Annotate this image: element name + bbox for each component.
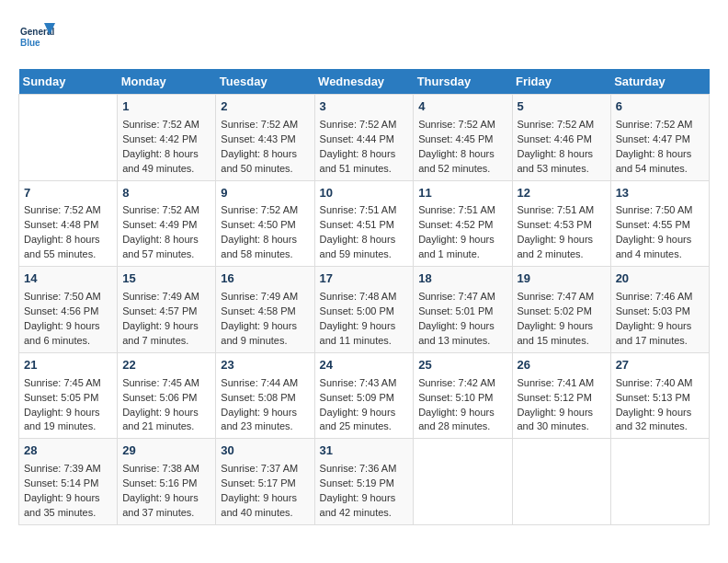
cell-info: Sunset: 4:44 PM bbox=[320, 132, 409, 147]
calendar-cell: 15Sunrise: 7:49 AMSunset: 4:57 PMDayligh… bbox=[118, 267, 216, 353]
cell-info: Daylight: 9 hours and 2 minutes. bbox=[518, 233, 606, 262]
cell-info: Sunset: 5:03 PM bbox=[616, 304, 704, 319]
cell-info: Sunset: 4:58 PM bbox=[221, 304, 309, 319]
cell-info: Sunrise: 7:46 AM bbox=[616, 290, 704, 304]
cell-info: Sunset: 5:00 PM bbox=[320, 304, 409, 319]
cell-info: Sunset: 5:10 PM bbox=[418, 391, 506, 406]
day-number: 30 bbox=[221, 442, 309, 460]
cell-info: Daylight: 9 hours and 1 minute. bbox=[418, 233, 506, 262]
cell-info: Daylight: 9 hours and 32 minutes. bbox=[616, 406, 704, 435]
calendar-cell: 16Sunrise: 7:49 AMSunset: 4:58 PMDayligh… bbox=[216, 267, 314, 353]
calendar-cell: 14Sunrise: 7:50 AMSunset: 4:56 PMDayligh… bbox=[19, 267, 118, 353]
day-number: 13 bbox=[616, 185, 704, 202]
day-number: 21 bbox=[24, 357, 112, 374]
cell-info: Sunrise: 7:48 AM bbox=[320, 290, 409, 304]
cell-info: Sunrise: 7:36 AM bbox=[320, 462, 409, 477]
calendar-cell: 11Sunrise: 7:51 AMSunset: 4:52 PMDayligh… bbox=[414, 180, 512, 267]
calendar-cell bbox=[414, 439, 512, 525]
cell-info: Sunset: 5:13 PM bbox=[616, 391, 704, 406]
cell-info: Daylight: 9 hours and 7 minutes. bbox=[122, 319, 210, 349]
day-number: 16 bbox=[221, 270, 309, 288]
day-header-monday: Monday bbox=[118, 69, 216, 95]
day-number: 4 bbox=[418, 98, 506, 116]
header-row: SundayMondayTuesdayWednesdayThursdayFrid… bbox=[19, 69, 710, 95]
cell-info: Sunset: 4:45 PM bbox=[418, 132, 506, 147]
calendar-cell: 19Sunrise: 7:47 AMSunset: 5:02 PMDayligh… bbox=[512, 267, 610, 353]
cell-info: Sunset: 4:49 PM bbox=[122, 218, 210, 233]
day-header-wednesday: Wednesday bbox=[314, 69, 414, 95]
cell-info: Sunset: 4:47 PM bbox=[616, 132, 704, 147]
cell-info: Sunrise: 7:50 AM bbox=[616, 203, 704, 218]
cell-info: Daylight: 9 hours and 37 minutes. bbox=[122, 491, 210, 521]
cell-info: Sunrise: 7:52 AM bbox=[616, 118, 704, 132]
cell-info: Sunrise: 7:47 AM bbox=[418, 290, 506, 304]
cell-info: Sunset: 5:08 PM bbox=[221, 391, 309, 406]
day-number: 17 bbox=[320, 270, 409, 288]
day-number: 5 bbox=[518, 98, 606, 116]
calendar-cell bbox=[19, 95, 118, 181]
cell-info: Daylight: 9 hours and 21 minutes. bbox=[122, 406, 210, 435]
cell-info: Daylight: 9 hours and 4 minutes. bbox=[616, 233, 704, 262]
calendar-cell: 12Sunrise: 7:51 AMSunset: 4:53 PMDayligh… bbox=[512, 180, 610, 267]
calendar-cell: 29Sunrise: 7:38 AMSunset: 5:16 PMDayligh… bbox=[118, 439, 216, 525]
cell-info: Daylight: 9 hours and 11 minutes. bbox=[320, 319, 409, 349]
cell-info: Sunrise: 7:51 AM bbox=[320, 203, 409, 218]
day-number: 31 bbox=[320, 442, 409, 460]
day-number: 28 bbox=[24, 442, 112, 460]
cell-info: Sunrise: 7:52 AM bbox=[24, 203, 112, 218]
calendar-cell bbox=[610, 439, 709, 525]
week-row-4: 21Sunrise: 7:45 AMSunset: 5:05 PMDayligh… bbox=[19, 352, 710, 439]
cell-info: Daylight: 9 hours and 6 minutes. bbox=[24, 319, 112, 349]
cell-info: Sunset: 5:05 PM bbox=[24, 391, 112, 406]
day-header-tuesday: Tuesday bbox=[216, 69, 314, 95]
calendar-cell: 24Sunrise: 7:43 AMSunset: 5:09 PMDayligh… bbox=[314, 352, 414, 439]
week-row-2: 7Sunrise: 7:52 AMSunset: 4:48 PMDaylight… bbox=[19, 180, 710, 267]
day-number: 6 bbox=[616, 98, 704, 116]
cell-info: Daylight: 8 hours and 51 minutes. bbox=[320, 147, 409, 177]
week-row-5: 28Sunrise: 7:39 AMSunset: 5:14 PMDayligh… bbox=[19, 439, 710, 525]
day-number: 26 bbox=[518, 357, 606, 374]
calendar-cell: 17Sunrise: 7:48 AMSunset: 5:00 PMDayligh… bbox=[314, 267, 414, 353]
cell-info: Sunset: 5:17 PM bbox=[221, 477, 309, 491]
day-number: 2 bbox=[221, 98, 309, 116]
cell-info: Daylight: 8 hours and 49 minutes. bbox=[122, 147, 210, 177]
day-header-friday: Friday bbox=[512, 69, 610, 95]
day-number: 19 bbox=[518, 270, 606, 288]
cell-info: Daylight: 8 hours and 55 minutes. bbox=[24, 233, 112, 262]
cell-info: Daylight: 9 hours and 40 minutes. bbox=[221, 491, 309, 521]
day-number: 15 bbox=[122, 270, 210, 288]
day-number: 27 bbox=[616, 357, 704, 374]
week-row-1: 1Sunrise: 7:52 AMSunset: 4:42 PMDaylight… bbox=[19, 95, 710, 181]
cell-info: Sunset: 5:16 PM bbox=[122, 477, 210, 491]
cell-info: Sunrise: 7:44 AM bbox=[221, 376, 309, 391]
calendar-cell: 23Sunrise: 7:44 AMSunset: 5:08 PMDayligh… bbox=[216, 352, 314, 439]
cell-info: Sunrise: 7:38 AM bbox=[122, 462, 210, 477]
cell-info: Sunset: 4:42 PM bbox=[122, 132, 210, 147]
day-number: 22 bbox=[122, 357, 210, 374]
calendar-cell: 28Sunrise: 7:39 AMSunset: 5:14 PMDayligh… bbox=[19, 439, 118, 525]
cell-info: Daylight: 9 hours and 25 minutes. bbox=[320, 406, 409, 435]
day-number: 3 bbox=[320, 98, 409, 116]
day-header-thursday: Thursday bbox=[414, 69, 512, 95]
cell-info: Sunset: 5:14 PM bbox=[24, 477, 112, 491]
cell-info: Sunrise: 7:52 AM bbox=[122, 203, 210, 218]
cell-info: Sunrise: 7:42 AM bbox=[418, 376, 506, 391]
logo: General Blue bbox=[18, 18, 60, 55]
calendar-cell: 8Sunrise: 7:52 AMSunset: 4:49 PMDaylight… bbox=[118, 180, 216, 267]
day-number: 14 bbox=[24, 270, 112, 288]
svg-text:Blue: Blue bbox=[20, 38, 40, 48]
day-number: 8 bbox=[122, 185, 210, 202]
cell-info: Sunset: 4:53 PM bbox=[518, 218, 606, 233]
calendar-cell: 20Sunrise: 7:46 AMSunset: 5:03 PMDayligh… bbox=[610, 267, 709, 353]
cell-info: Sunrise: 7:40 AM bbox=[616, 376, 704, 391]
cell-info: Sunrise: 7:52 AM bbox=[221, 203, 309, 218]
calendar-cell: 22Sunrise: 7:45 AMSunset: 5:06 PMDayligh… bbox=[118, 352, 216, 439]
calendar-cell: 3Sunrise: 7:52 AMSunset: 4:44 PMDaylight… bbox=[314, 95, 414, 181]
cell-info: Sunset: 5:01 PM bbox=[418, 304, 506, 319]
cell-info: Sunrise: 7:51 AM bbox=[518, 203, 606, 218]
cell-info: Sunset: 5:09 PM bbox=[320, 391, 409, 406]
calendar-cell: 25Sunrise: 7:42 AMSunset: 5:10 PMDayligh… bbox=[414, 352, 512, 439]
calendar-cell: 30Sunrise: 7:37 AMSunset: 5:17 PMDayligh… bbox=[216, 439, 314, 525]
day-number: 11 bbox=[418, 185, 506, 202]
calendar-table: SundayMondayTuesdayWednesdayThursdayFrid… bbox=[18, 69, 710, 525]
